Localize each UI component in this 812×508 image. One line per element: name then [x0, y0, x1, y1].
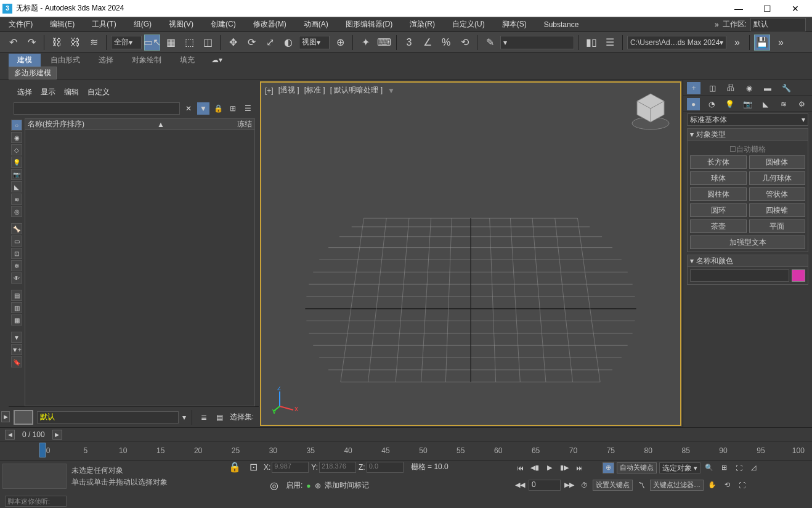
link-button[interactable]: ⛓: [49, 35, 65, 51]
col-freeze[interactable]: 冻结: [237, 119, 252, 129]
subtab-polymodeling[interactable]: 多边形建模: [9, 67, 57, 80]
geometry-icon[interactable]: ●: [687, 98, 700, 110]
close-button[interactable]: ✕: [781, 0, 810, 17]
next-frame[interactable]: ▮▶: [558, 462, 570, 473]
coord-z[interactable]: 0.0: [367, 462, 404, 473]
menu-create[interactable]: 创建(C): [208, 19, 238, 30]
menu-customize[interactable]: 自定义(U): [450, 19, 487, 30]
pan-icon[interactable]: ✋: [706, 480, 718, 491]
key-tangent-icon[interactable]: 〽: [635, 480, 648, 491]
select-object-button[interactable]: ▭↖: [144, 35, 160, 51]
keyboard-shortcut-button[interactable]: ⌨: [376, 35, 392, 51]
enable-dot-icon[interactable]: ●: [306, 481, 311, 490]
maximize-vp-icon[interactable]: ⛶: [736, 480, 748, 491]
filter-list2-icon[interactable]: ▥: [11, 302, 22, 313]
expand-button[interactable]: ▶: [1, 411, 10, 422]
filter-container-icon[interactable]: ▭: [11, 236, 22, 247]
prim-geosphere[interactable]: 几何球体: [749, 171, 806, 185]
menu-render[interactable]: 渲染(R): [407, 19, 437, 30]
filter-frozen-icon[interactable]: ⊡: [11, 248, 22, 259]
layer-color-swatch[interactable]: [14, 410, 33, 425]
filter-camera-icon[interactable]: 📷: [11, 169, 22, 180]
save-button[interactable]: 💾: [754, 35, 770, 51]
viewcube[interactable]: [628, 88, 673, 132]
rotate-button[interactable]: ⟳: [243, 35, 259, 51]
lp-tab-edit[interactable]: 编辑: [64, 87, 79, 97]
time-config-icon[interactable]: ⏱: [578, 480, 590, 491]
move-button[interactable]: ✥: [225, 35, 241, 51]
prim-plane[interactable]: 平面: [749, 219, 806, 233]
spinner-snap-button[interactable]: ⟲: [457, 35, 473, 51]
material-preview[interactable]: [2, 464, 67, 489]
keyselection-dropdown[interactable]: 选定对象 ▾: [659, 462, 700, 473]
toolbar-overflow2[interactable]: »: [773, 35, 789, 51]
viewport-perspective[interactable]: [+] [透视 ] [标准 ] [ 默认明暗处理 ] ▼: [260, 81, 681, 426]
lp-tab-custom[interactable]: 自定义: [87, 87, 110, 97]
motion-tab-icon[interactable]: ◉: [742, 82, 756, 94]
filter-list1-icon[interactable]: ▤: [11, 290, 22, 301]
menu-script[interactable]: 脚本(S): [500, 19, 529, 30]
display-tab-icon[interactable]: ▬: [761, 82, 774, 94]
filter-list3-icon[interactable]: ▦: [11, 314, 22, 326]
prim-pyramid[interactable]: 四棱锥: [749, 203, 806, 217]
prim-box[interactable]: 长方体: [690, 155, 747, 169]
lock-selection-icon[interactable]: 🔒: [227, 459, 243, 475]
mirror-button[interactable]: ▮▯: [583, 35, 599, 51]
filter-helper-icon[interactable]: ◣: [11, 181, 22, 192]
menu-graph[interactable]: 图形编辑器(D): [343, 19, 396, 30]
next-key[interactable]: ▶▶: [563, 480, 575, 491]
workspace-dropdown[interactable]: 默认: [750, 18, 806, 31]
prim-sphere[interactable]: 球体: [690, 171, 747, 185]
add-time-tag[interactable]: 添加时间标记: [325, 480, 369, 491]
minimize-button[interactable]: —: [725, 0, 753, 17]
named-selection-icon[interactable]: ✎: [482, 35, 498, 51]
play-button[interactable]: ▶: [543, 462, 556, 473]
search-input[interactable]: [14, 102, 180, 115]
menu-group[interactable]: 组(G): [131, 19, 154, 30]
lp-tab-select[interactable]: 选择: [17, 87, 32, 97]
current-frame[interactable]: 0: [529, 480, 561, 491]
macro-rec-icon[interactable]: ◎: [266, 478, 282, 494]
menu-tools[interactable]: 工具(T): [89, 19, 118, 30]
keyfilter-button[interactable]: 关键点过滤器…: [650, 480, 704, 491]
menu-substance[interactable]: Substance: [542, 20, 582, 29]
zoom-ext-icon[interactable]: ⛶: [733, 462, 745, 473]
filter-bone-icon[interactable]: 🦴: [11, 223, 22, 234]
undo-button[interactable]: ↶: [5, 35, 21, 51]
isolate-icon[interactable]: ⊡: [245, 459, 261, 475]
shapes-icon[interactable]: ◔: [705, 98, 718, 110]
fov-icon[interactable]: ◿: [747, 462, 760, 473]
maximize-button[interactable]: ☐: [753, 0, 781, 17]
selection-filter[interactable]: 全部 ▾: [111, 36, 142, 49]
zoom-nav-icon[interactable]: 🔍: [703, 462, 715, 473]
enable-target-icon[interactable]: ⊕: [315, 481, 321, 490]
layer-props-icon[interactable]: ▤: [214, 411, 226, 424]
timeline[interactable]: 0510152025303540455055606570758085909510…: [0, 441, 812, 461]
prim-torus[interactable]: 圆环: [690, 203, 747, 217]
placement-button[interactable]: ◐: [280, 35, 296, 51]
filter-add-icon[interactable]: ▼+: [11, 344, 22, 355]
lights-icon[interactable]: 💡: [723, 98, 736, 110]
filter-all-icon[interactable]: ○: [11, 120, 22, 131]
filter-light-icon[interactable]: 💡: [11, 157, 22, 168]
zoom-all-icon[interactable]: ⊞: [718, 462, 730, 473]
rollout-objecttype[interactable]: ▾对象类型: [687, 128, 808, 141]
col-name[interactable]: 名称(按升序排序): [28, 119, 84, 129]
window-crossing-button[interactable]: ◫: [200, 35, 216, 51]
filter-space-icon[interactable]: ≋: [11, 194, 22, 205]
orbit-icon[interactable]: ⟲: [721, 480, 733, 491]
filter-snow-icon[interactable]: ❄: [11, 260, 22, 271]
coord-y[interactable]: 218.376: [319, 462, 356, 473]
tab-selection[interactable]: 选择: [90, 54, 122, 67]
menu-edit[interactable]: 编辑(E): [47, 19, 77, 30]
overflow-icon[interactable]: »: [715, 20, 719, 29]
menu-view[interactable]: 视图(V): [166, 19, 196, 30]
pivot-button[interactable]: ⊕: [332, 35, 348, 51]
setkey-button[interactable]: 设置关键点: [593, 480, 633, 491]
goto-end[interactable]: ⏭: [573, 462, 585, 473]
filter-eye-icon[interactable]: 👁: [11, 272, 22, 284]
col-sort-icon[interactable]: ▲: [157, 120, 164, 129]
rollout-namecolor[interactable]: ▾名称和颜色: [687, 255, 808, 267]
prev-key[interactable]: ◀◀: [514, 480, 526, 491]
select-name-button[interactable]: ▦: [163, 35, 179, 51]
